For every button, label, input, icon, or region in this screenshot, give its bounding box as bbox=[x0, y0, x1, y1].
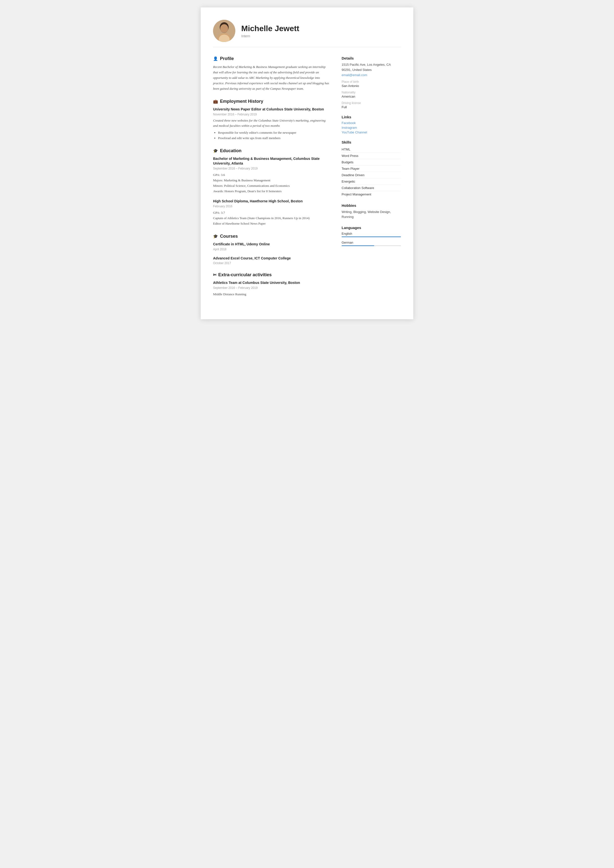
courses-title: 🎓 Courses bbox=[213, 234, 329, 239]
education-entry-1-dates: February 2016 bbox=[213, 205, 329, 208]
skill-0: HTML bbox=[342, 146, 401, 153]
place-of-birth-label: Place of birth bbox=[342, 80, 401, 84]
header-title: Intern bbox=[241, 34, 299, 38]
education-entry-0-dates: September 2016 – February 2019 bbox=[213, 167, 329, 170]
education-entry-0-title: Bachelor of Marketing & Business Managem… bbox=[213, 157, 329, 166]
course-entry-0: Certificate in HTML, Udemy Online April … bbox=[213, 242, 329, 251]
course-entry-1-dates: October 2017 bbox=[213, 261, 329, 265]
languages-section: Languages English German bbox=[342, 226, 401, 246]
extracurricular-entry-0-dates: September 2016 – February 2019 bbox=[213, 286, 329, 290]
education-entry-0: Bachelor of Marketing & Business Managem… bbox=[213, 157, 329, 194]
nationality-label: Nationality bbox=[342, 91, 401, 94]
courses-section: 🎓 Courses Certificate in HTML, Udemy Onl… bbox=[213, 234, 329, 265]
skill-3: Team Player bbox=[342, 166, 401, 172]
language-1-bar-fill bbox=[342, 245, 374, 246]
details-email[interactable]: email@email.com bbox=[342, 73, 367, 77]
driving-license-value: Full bbox=[342, 105, 401, 109]
left-column: 👤 Profile Recent Bachelor of Marketing &… bbox=[213, 56, 329, 304]
details-section: Details 1515 Pacific Ave, Los Angeles, C… bbox=[342, 56, 401, 109]
course-entry-1: Advanced Excel Course, ICT Computer Coll… bbox=[213, 256, 329, 265]
language-1-bar-bg bbox=[342, 245, 401, 246]
education-entry-1-title: High School Diploma, Hawthorne High Scho… bbox=[213, 199, 329, 204]
hobbies-text: Writing, Blogging, Website Design, Runni… bbox=[342, 209, 401, 220]
extracurricular-entry-0-detail: Middle Distance Running bbox=[213, 291, 329, 297]
skill-5: Energetic bbox=[342, 178, 401, 185]
resume-container: Michelle Jewett Intern 👤 Profile Recent … bbox=[201, 8, 413, 319]
bullet-0: Responsible for weekly editor's comments… bbox=[218, 130, 329, 135]
header-name: Michelle Jewett bbox=[241, 24, 299, 33]
profile-icon: 👤 bbox=[213, 56, 218, 61]
nationality-value: American bbox=[342, 95, 401, 98]
employment-entry-0-title: University News Paper Editor at Columbus… bbox=[213, 107, 329, 112]
extracurricular-section: ✄ Extra-curricular activities Athletics … bbox=[213, 272, 329, 297]
education-entry-1-details: GPA: 3.7 Captain of Athletics Team (Stat… bbox=[213, 210, 329, 226]
language-0-bar-bg bbox=[342, 236, 401, 237]
employment-entry-0: University News Paper Editor at Columbus… bbox=[213, 107, 329, 141]
course-entry-0-dates: April 2018 bbox=[213, 248, 329, 251]
hobbies-title: Hobbies bbox=[342, 203, 401, 208]
place-of-birth-value: San Antonio bbox=[342, 84, 401, 88]
details-title: Details bbox=[342, 56, 401, 60]
skill-1: Word Press bbox=[342, 153, 401, 159]
links-section: Links Facebook Instragram YouTube Channe… bbox=[342, 115, 401, 134]
extracurricular-entry-0-title: Athletics Team at Columbus State Univers… bbox=[213, 281, 329, 285]
language-1: German bbox=[342, 241, 401, 246]
skill-4: Deadline Driven bbox=[342, 172, 401, 178]
hobbies-section: Hobbies Writing, Blogging, Website Desig… bbox=[342, 203, 401, 220]
employment-icon: 💼 bbox=[213, 99, 218, 104]
skill-6: Collaboration Software bbox=[342, 185, 401, 191]
right-column: Details 1515 Pacific Ave, Los Angeles, C… bbox=[342, 56, 401, 304]
profile-section: 👤 Profile Recent Bachelor of Marketing &… bbox=[213, 56, 329, 91]
skill-7: Project Management bbox=[342, 191, 401, 197]
language-0-name: English bbox=[342, 232, 401, 236]
link-facebook[interactable]: Facebook bbox=[342, 121, 401, 125]
header: Michelle Jewett Intern bbox=[213, 20, 401, 47]
language-0-bar-fill bbox=[342, 236, 401, 237]
avatar bbox=[213, 20, 235, 42]
link-youtube[interactable]: YouTube Channel bbox=[342, 130, 401, 134]
driving-license-label: Driving license bbox=[342, 101, 401, 105]
course-entry-0-title: Certificate in HTML, Udemy Online bbox=[213, 242, 329, 247]
course-entry-1-title: Advanced Excel Course, ICT Computer Coll… bbox=[213, 256, 329, 261]
education-entry-0-details: GPA: 3.6 Majors: Marketing & Business Ma… bbox=[213, 172, 329, 194]
svg-point-6 bbox=[221, 25, 227, 32]
extracurricular-title: ✄ Extra-curricular activities bbox=[213, 272, 329, 277]
skills-title: Skills bbox=[342, 140, 401, 144]
employment-section: 💼 Employment History University News Pap… bbox=[213, 99, 329, 141]
extracurricular-icon: ✄ bbox=[213, 273, 216, 277]
education-title: 🎓 Education bbox=[213, 148, 329, 153]
link-instagram[interactable]: Instragram bbox=[342, 126, 401, 129]
employment-title: 💼 Employment History bbox=[213, 99, 329, 104]
education-icon: 🎓 bbox=[213, 149, 218, 153]
courses-icon: 🎓 bbox=[213, 234, 218, 239]
employment-entry-0-bullets: Responsible for weekly editor's comments… bbox=[213, 130, 329, 141]
education-entry-1: High School Diploma, Hawthorne High Scho… bbox=[213, 199, 329, 226]
employment-entry-0-dates: November 2016 – February 2019 bbox=[213, 113, 329, 116]
header-text: Michelle Jewett Intern bbox=[241, 24, 299, 38]
profile-text: Recent Bachelor of Marketing & Business … bbox=[213, 64, 329, 91]
skill-2: Budgets bbox=[342, 159, 401, 166]
languages-title: Languages bbox=[342, 226, 401, 230]
skills-section: Skills HTML Word Press Budgets Team Play… bbox=[342, 140, 401, 197]
details-address: 1515 Pacific Ave, Los Angeles, CA 90291,… bbox=[342, 62, 401, 73]
language-0: English bbox=[342, 232, 401, 237]
profile-title: 👤 Profile bbox=[213, 56, 329, 61]
main-content: 👤 Profile Recent Bachelor of Marketing &… bbox=[213, 56, 401, 304]
extracurricular-entry-0: Athletics Team at Columbus State Univers… bbox=[213, 281, 329, 297]
bullet-1: Proofread and edit write ups from staff … bbox=[218, 135, 329, 141]
employment-entry-0-desc: Created three new websites for the Colum… bbox=[213, 118, 329, 129]
language-1-name: German bbox=[342, 241, 401, 244]
links-title: Links bbox=[342, 115, 401, 119]
education-section: 🎓 Education Bachelor of Marketing & Busi… bbox=[213, 148, 329, 226]
